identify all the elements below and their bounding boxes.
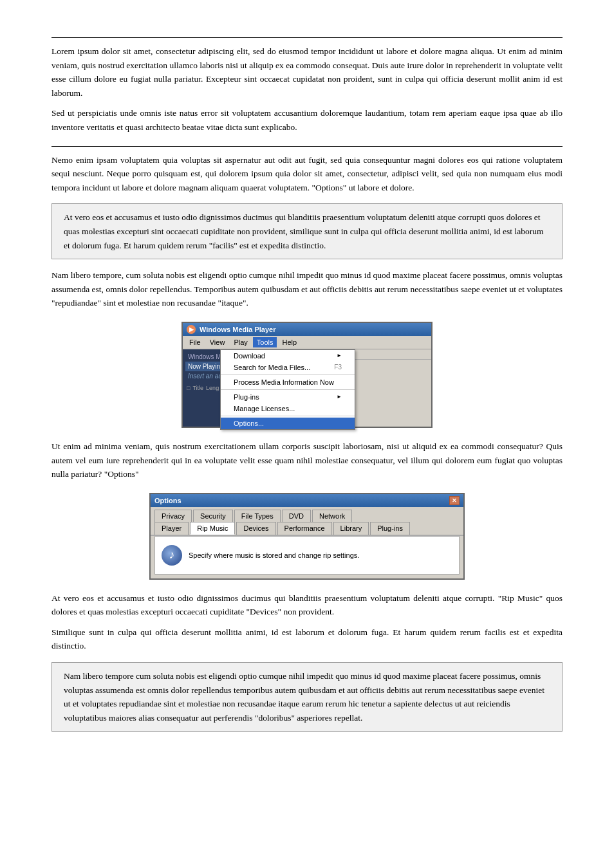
paragraph-6: Similique sunt in culpa qui officia dese… [51, 625, 563, 653]
tab-file-types[interactable]: File Types [234, 510, 281, 522]
close-quote-after-wmp: " [135, 469, 139, 479]
open-quote-3: " [218, 298, 221, 308]
wmp-checkbox: □ [187, 385, 190, 391]
dropdown-manage-label: Manage Licenses... [234, 405, 295, 412]
open-quote-after-wmp: " [104, 469, 108, 479]
paragraph-4: Ut enim ad minima veniam, quis nostrum e… [51, 439, 563, 481]
tools-dropdown-menu[interactable]: Download ► Search for Media Files... F3 … [220, 349, 355, 430]
dropdown-download-label: Download [234, 352, 265, 360]
tab-privacy[interactable]: Privacy [154, 510, 192, 522]
tab-security[interactable]: Security [193, 510, 233, 522]
options-body: ♪ Specify where music is stored and chan… [154, 536, 460, 575]
tab-plugins[interactable]: Plug-ins [370, 522, 410, 535]
menu-tools[interactable]: Tools [253, 337, 277, 347]
paragraph-5: At vero eos et accusamus et iusto odio d… [51, 591, 563, 619]
dropdown-manage[interactable]: Manage Licenses... [221, 403, 355, 414]
note-box-2-text: Nam libero tempore cum soluta nobis est … [64, 671, 544, 723]
dropdown-process-label: Process Media Information Now [234, 378, 334, 386]
menu-help[interactable]: Help [278, 337, 301, 347]
tab-network[interactable]: Network [312, 510, 352, 522]
close-quote-note2: " [291, 713, 295, 723]
open-quote-devices: " [247, 607, 250, 616]
close-quote-devices: " [278, 607, 282, 616]
wmp-body: Windows Media Now Playing Insert an audi… [183, 349, 431, 427]
wmp-screenshot-container: ▶ Windows Media Player File View Play To… [51, 322, 563, 428]
options-title-bar: Options ✕ [151, 494, 463, 507]
paragraph-3b: Nam libero tempore, cum soluta nobis est… [51, 268, 563, 310]
menu-play[interactable]: Play [230, 337, 251, 347]
wmp-icon: ▶ [187, 325, 196, 334]
dropdown-download-arrow: ► [337, 353, 342, 358]
section-divider-2 [51, 146, 563, 147]
tab-performance[interactable]: Performance [277, 522, 332, 535]
note-box-1-text: At vero eos et accusamus et iusto odio d… [64, 212, 543, 250]
open-quote-1: " [312, 183, 316, 192]
close-quote-1: " [343, 183, 347, 192]
page-content: Lorem ipsum dolor sit amet, consectetur … [51, 37, 563, 732]
paragraph-1: Lorem ipsum dolor sit amet, consectetur … [51, 44, 563, 100]
paragraph-2: Sed ut perspiciatis unde omnis iste natu… [51, 106, 563, 134]
quote-note-close: " [234, 241, 237, 250]
wmp-title-col: Title [192, 385, 203, 391]
options-tabs-row-2[interactable]: Player Rip Music Devices Performance Lib… [151, 522, 463, 536]
wmp-leng-col: Leng [206, 385, 219, 391]
wmp-title: Windows Media Player [200, 326, 276, 333]
dropdown-search-shortcut: F3 [334, 364, 342, 371]
note-box-2: Nam libero tempore cum soluta nobis est … [51, 662, 563, 732]
options-icon-symbol: ♪ [169, 548, 175, 562]
options-title: Options [154, 497, 181, 504]
dropdown-divider-1 [221, 374, 355, 375]
quote-note: " [209, 241, 213, 250]
paragraph-3: Nemo enim ipsam voluptatem quia voluptas… [51, 153, 563, 195]
open-quote-note2: " [255, 713, 259, 723]
dropdown-divider-3 [221, 416, 355, 416]
dropdown-download[interactable]: Download ► [221, 350, 355, 362]
tab-player[interactable]: Player [154, 522, 189, 535]
close-quote-rip: " [539, 593, 543, 603]
dropdown-divider-2 [221, 389, 355, 390]
wmp-window: ▶ Windows Media Player File View Play To… [181, 322, 433, 428]
options-screenshot-container: Options ✕ Privacy Security File Types DV… [51, 493, 563, 580]
dropdown-process[interactable]: Process Media Information Now [221, 376, 355, 388]
options-close-button[interactable]: ✕ [449, 496, 460, 505]
close-quote-3: " [243, 298, 247, 308]
open-quote-2: " [51, 298, 55, 308]
options-description: Specify where music is stored and change… [189, 551, 359, 559]
dropdown-plugins[interactable]: Plug-ins ► [221, 391, 355, 403]
menu-view[interactable]: View [206, 337, 229, 347]
tab-dvd[interactable]: DVD [282, 510, 311, 522]
dropdown-search-label: Search for Media Files... [234, 364, 310, 371]
dropdown-options-label: Options... [234, 420, 264, 427]
close-quote-2: " [97, 298, 101, 308]
dropdown-plugins-arrow: ► [337, 394, 342, 400]
dropdown-search[interactable]: Search for Media Files... F3 [221, 362, 355, 373]
dropdown-options[interactable]: Options... [221, 418, 355, 429]
open-quote-rip: " [498, 593, 502, 603]
tab-devices[interactable]: Devices [236, 522, 275, 535]
section-divider-1 [51, 37, 563, 38]
options-dialog: Options ✕ Privacy Security File Types DV… [149, 493, 465, 580]
wmp-title-bar: ▶ Windows Media Player [183, 323, 431, 336]
note-box-1: At vero eos et accusamus et iusto odio d… [51, 203, 563, 259]
dropdown-plugins-label: Plug-ins [234, 393, 259, 401]
options-tabs-row-1[interactable]: Privacy Security File Types DVD Network [151, 507, 463, 522]
wmp-menu-bar[interactable]: File View Play Tools Help [183, 336, 431, 349]
options-rip-icon: ♪ [162, 545, 182, 566]
menu-file[interactable]: File [185, 337, 205, 347]
tab-rip-music[interactable]: Rip Music [190, 522, 235, 535]
tab-library[interactable]: Library [333, 522, 369, 535]
